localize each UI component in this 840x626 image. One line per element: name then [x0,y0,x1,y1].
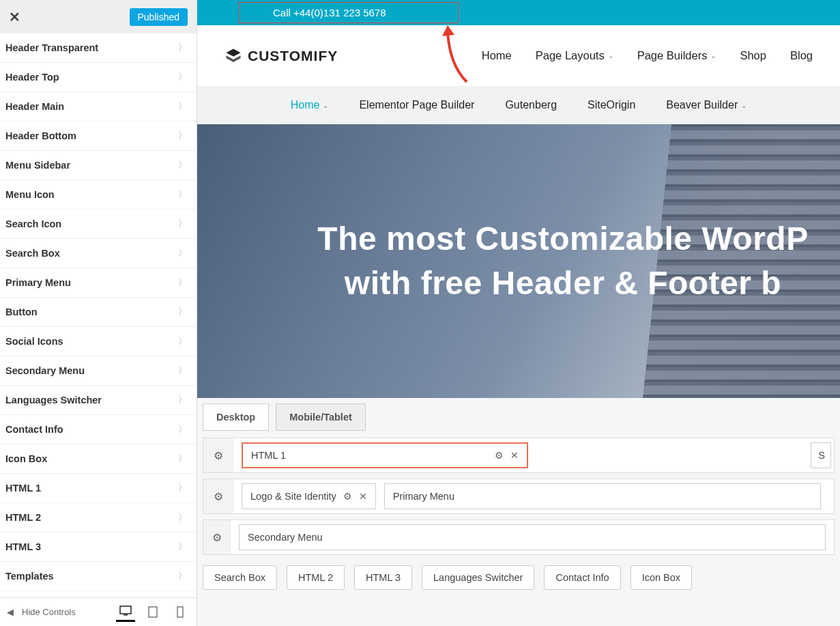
panel-item[interactable]: Social Icons〉 [0,327,197,356]
chevron-right-icon: 〉 [178,159,187,171]
chevron-right-icon: 〉 [178,482,187,494]
svg-rect-0 [120,606,131,614]
subnav-item[interactable]: Home⌄ [291,99,329,111]
hero-section: The most Customizable WordP with free He… [197,124,840,398]
chevron-right-icon: 〉 [178,42,187,54]
hero-heading: The most Customizable WordP with free He… [229,217,808,306]
chevron-right-icon: 〉 [178,71,187,83]
topbar-html-widget: Call +44(0)131 223 5678 [238,2,459,23]
subnav-item[interactable]: SiteOrigin [588,99,635,111]
available-widgets: Search BoxHTML 2HTML 3Languages Switcher… [203,565,835,590]
panel-item[interactable]: HTML 1〉 [0,474,197,503]
chevron-right-icon: 〉 [178,188,187,201]
nav-item[interactable]: Home [482,49,512,62]
widget-secondary-menu[interactable]: Secondary Menu [239,524,826,550]
widget-pill[interactable]: Search Box [203,565,277,590]
chevron-right-icon: 〉 [178,218,187,230]
gear-icon[interactable]: ⚙ [495,450,504,461]
panel-item[interactable]: HTML 3〉 [0,532,197,562]
panel-item[interactable]: Search Box〉 [0,239,197,268]
widget-pill[interactable]: Icon Box [631,565,692,590]
chevron-right-icon: 〉 [178,100,187,113]
header-top-bar: Call +44(0)131 223 5678 [197,0,840,25]
panel-label: Menu Icon [5,189,55,200]
panel-label: Languages Switcher [5,395,102,406]
hide-controls-label[interactable]: Hide Controls [22,607,76,617]
subnav-item[interactable]: Gutenberg [505,99,557,111]
widget-pill[interactable]: Contact Info [544,565,620,590]
sidebar-footer: ◀ Hide Controls [0,597,197,626]
panel-item[interactable]: HTML 2〉 [0,503,197,532]
subnav-item[interactable]: Elementor Page Builder [359,99,474,111]
panel-item[interactable]: Header Transparent〉 [0,33,197,63]
chevron-down-icon: ⌄ [741,102,747,109]
panel-item[interactable]: Header Main〉 [0,92,197,122]
preview-pane: Call +44(0)131 223 5678 CUSTOMIFY HomePa… [197,0,840,626]
header-main: CUSTOMIFY HomePage Layouts⌄Page Builders… [197,25,840,86]
panel-item[interactable]: Templates〉 [0,562,197,591]
panel-label: Contact Info [5,424,63,435]
panel-label: Social Icons [5,336,63,347]
widget-primary-menu[interactable]: Primary Menu [384,483,821,509]
svg-rect-1 [124,614,128,616]
gear-icon[interactable]: ⚙ [203,438,233,472]
logo-icon [225,47,242,65]
close-icon[interactable]: ✕ [510,450,519,461]
panel-item[interactable]: Icon Box〉 [0,444,197,474]
panel-label: Header Top [5,72,59,83]
publish-button[interactable]: Published [130,8,188,26]
panel-item[interactable]: Header Top〉 [0,63,197,92]
panel-item[interactable]: Languages Switcher〉 [0,386,197,415]
mobile-preview-icon[interactable] [171,603,190,622]
panel-item[interactable]: Contact Info〉 [0,415,197,444]
chevron-right-icon: 〉 [178,423,187,436]
panel-item[interactable]: Primary Menu〉 [0,268,197,298]
topbar-text: Call +44(0)131 223 5678 [273,7,386,18]
collapse-icon[interactable]: ◀ [7,607,14,617]
panel-item[interactable]: Button〉 [0,298,197,327]
sidebar-header: ✕ Published [0,0,197,33]
chevron-right-icon: 〉 [178,453,187,465]
panel-label: Button [5,307,38,317]
tab-mobile[interactable]: Mobile/Tablet [276,403,366,431]
widget-logo-identity[interactable]: Logo & Site Identity ⚙ ✕ [242,483,376,509]
panel-label: Primary Menu [5,277,71,288]
chevron-right-icon: 〉 [178,511,187,524]
widget-pill[interactable]: HTML 3 [354,565,412,590]
nav-item[interactable]: Shop [740,49,766,62]
panel-item[interactable]: Header Bottom〉 [0,122,197,151]
close-icon[interactable]: ✕ [9,10,20,24]
panel-label: Templates [5,571,54,582]
chevron-down-icon: ⌄ [323,102,328,109]
tablet-preview-icon[interactable] [143,603,162,622]
chevron-right-icon: 〉 [178,306,187,318]
desktop-preview-icon[interactable] [116,603,135,622]
nav-item[interactable]: Page Layouts⌄ [536,49,613,62]
widget-overflow[interactable]: S [811,442,831,468]
builder-row-bottom: ⚙ Secondary Menu [203,520,835,555]
gear-icon[interactable]: ⚙ [343,491,352,502]
chevron-right-icon: 〉 [178,365,187,377]
widget-pill[interactable]: Languages Switcher [422,565,534,590]
svg-rect-2 [149,607,157,617]
panel-label: Icon Box [5,453,47,464]
close-icon[interactable]: ✕ [359,491,367,502]
nav-item[interactable]: Page Builders⌄ [637,49,716,62]
gear-icon[interactable]: ⚙ [203,520,231,554]
panel-label: Header Bottom [5,130,76,141]
panel-item[interactable]: Menu Icon〉 [0,180,197,210]
panel-item[interactable]: Secondary Menu〉 [0,356,197,386]
panel-item[interactable]: Menu Sidebar〉 [0,151,197,180]
site-logo[interactable]: CUSTOMIFY [225,47,338,65]
panel-label: Header Main [5,101,64,112]
widget-html-1[interactable]: HTML 1 ⚙ ✕ [242,442,528,468]
chevron-down-icon: ⌄ [608,52,613,59]
chevron-right-icon: 〉 [178,570,187,582]
nav-item[interactable]: Blog [790,49,813,62]
subnav-item[interactable]: Beaver Builder⌄ [666,99,747,111]
widget-pill[interactable]: HTML 2 [287,565,345,590]
panel-item[interactable]: Search Icon〉 [0,210,197,239]
gear-icon[interactable]: ⚙ [203,479,233,513]
header-builder: Desktop Mobile/Tablet ⚙ HTML 1 ⚙ ✕ S ⚙ [197,398,840,599]
tab-desktop[interactable]: Desktop [203,403,269,431]
